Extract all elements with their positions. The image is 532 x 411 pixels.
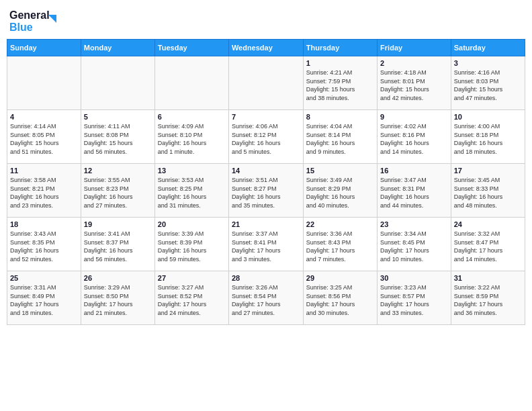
day-number: 19 <box>84 220 152 228</box>
day-number: 10 <box>454 113 522 121</box>
day-info: Sunrise: 3:37 AM Sunset: 8:41 PM Dayligh… <box>232 230 300 263</box>
day-info: Sunrise: 3:39 AM Sunset: 8:39 PM Dayligh… <box>158 230 226 263</box>
day-number: 26 <box>84 274 152 282</box>
logo-icon: GeneralBlue <box>9 7 63 34</box>
day-info: Sunrise: 4:18 AM Sunset: 8:01 PM Dayligh… <box>380 68 448 102</box>
calendar-cell: 24Sunrise: 3:32 AM Sunset: 8:47 PM Dayli… <box>451 218 525 271</box>
calendar-cell: 12Sunrise: 3:55 AM Sunset: 8:23 PM Dayli… <box>81 164 154 218</box>
day-info: Sunrise: 4:00 AM Sunset: 8:18 PM Dayligh… <box>454 122 522 156</box>
day-number: 28 <box>232 274 300 282</box>
calendar-cell: 25Sunrise: 3:31 AM Sunset: 8:49 PM Dayli… <box>7 271 81 325</box>
calendar-cell: 30Sunrise: 3:23 AM Sunset: 8:57 PM Dayli… <box>378 271 451 325</box>
page-header: GeneralBlue <box>7 7 525 34</box>
day-info: Sunrise: 3:55 AM Sunset: 8:23 PM Dayligh… <box>84 176 152 210</box>
calendar-cell: 3Sunrise: 4:16 AM Sunset: 8:03 PM Daylig… <box>451 56 525 110</box>
calendar-cell: 10Sunrise: 4:00 AM Sunset: 8:18 PM Dayli… <box>451 110 525 164</box>
day-info: Sunrise: 3:43 AM Sunset: 8:35 PM Dayligh… <box>10 230 78 263</box>
calendar-cell: 20Sunrise: 3:39 AM Sunset: 8:39 PM Dayli… <box>154 218 228 271</box>
calendar-cell: 8Sunrise: 4:04 AM Sunset: 8:14 PM Daylig… <box>303 110 377 164</box>
day-number: 22 <box>306 220 374 228</box>
calendar-cell: 14Sunrise: 3:51 AM Sunset: 8:27 PM Dayli… <box>228 164 303 218</box>
calendar-cell: 5Sunrise: 4:11 AM Sunset: 8:08 PM Daylig… <box>81 110 154 164</box>
day-number: 8 <box>306 113 374 121</box>
day-info: Sunrise: 4:06 AM Sunset: 8:12 PM Dayligh… <box>232 122 300 156</box>
day-number: 3 <box>454 59 522 67</box>
day-number: 9 <box>380 113 448 121</box>
day-number: 16 <box>380 167 448 175</box>
day-number: 5 <box>84 113 152 121</box>
day-info: Sunrise: 4:16 AM Sunset: 8:03 PM Dayligh… <box>454 68 522 102</box>
calendar-cell: 29Sunrise: 3:25 AM Sunset: 8:56 PM Dayli… <box>303 271 377 325</box>
day-number: 21 <box>232 220 300 228</box>
day-number: 20 <box>158 220 226 228</box>
calendar-cell: 7Sunrise: 4:06 AM Sunset: 8:12 PM Daylig… <box>228 110 303 164</box>
calendar-cell: 22Sunrise: 3:36 AM Sunset: 8:43 PM Dayli… <box>303 218 377 271</box>
calendar-cell: 6Sunrise: 4:09 AM Sunset: 8:10 PM Daylig… <box>154 110 228 164</box>
day-number: 18 <box>10 220 78 228</box>
calendar-cell: 9Sunrise: 4:02 AM Sunset: 8:16 PM Daylig… <box>378 110 451 164</box>
day-number: 31 <box>454 274 522 282</box>
day-number: 11 <box>10 167 78 175</box>
day-info: Sunrise: 4:21 AM Sunset: 7:59 PM Dayligh… <box>306 68 374 102</box>
day-number: 4 <box>10 113 78 121</box>
day-number: 12 <box>84 167 152 175</box>
day-number: 13 <box>158 167 226 175</box>
weekday-header: Saturday <box>451 40 525 56</box>
calendar-body: 1Sunrise: 4:21 AM Sunset: 7:59 PM Daylig… <box>7 56 525 325</box>
calendar-cell: 15Sunrise: 3:49 AM Sunset: 8:29 PM Dayli… <box>303 164 377 218</box>
day-number: 15 <box>306 167 374 175</box>
day-number: 7 <box>232 113 300 121</box>
day-info: Sunrise: 3:23 AM Sunset: 8:57 PM Dayligh… <box>380 283 448 317</box>
day-info: Sunrise: 3:25 AM Sunset: 8:56 PM Dayligh… <box>306 283 374 317</box>
day-info: Sunrise: 3:58 AM Sunset: 8:21 PM Dayligh… <box>10 176 78 210</box>
day-info: Sunrise: 3:31 AM Sunset: 8:49 PM Dayligh… <box>10 283 78 317</box>
calendar-cell: 4Sunrise: 4:14 AM Sunset: 8:05 PM Daylig… <box>7 110 81 164</box>
svg-marker-2 <box>48 15 56 23</box>
day-number: 29 <box>306 274 374 282</box>
weekday-header: Monday <box>81 40 154 56</box>
day-info: Sunrise: 3:36 AM Sunset: 8:43 PM Dayligh… <box>306 230 374 263</box>
calendar-cell: 19Sunrise: 3:41 AM Sunset: 8:37 PM Dayli… <box>81 218 154 271</box>
day-info: Sunrise: 3:26 AM Sunset: 8:54 PM Dayligh… <box>232 283 300 317</box>
calendar-cell: 11Sunrise: 3:58 AM Sunset: 8:21 PM Dayli… <box>7 164 81 218</box>
day-info: Sunrise: 4:09 AM Sunset: 8:10 PM Dayligh… <box>158 122 226 156</box>
calendar-cell: 28Sunrise: 3:26 AM Sunset: 8:54 PM Dayli… <box>228 271 303 325</box>
day-info: Sunrise: 3:45 AM Sunset: 8:33 PM Dayligh… <box>454 176 522 210</box>
calendar-cell: 31Sunrise: 3:22 AM Sunset: 8:59 PM Dayli… <box>451 271 525 325</box>
day-number: 23 <box>380 220 448 228</box>
day-number: 27 <box>158 274 226 282</box>
day-info: Sunrise: 3:34 AM Sunset: 8:45 PM Dayligh… <box>380 230 448 263</box>
day-number: 24 <box>454 220 522 228</box>
weekday-header: Tuesday <box>154 40 228 56</box>
calendar-week-row: 18Sunrise: 3:43 AM Sunset: 8:35 PM Dayli… <box>7 218 525 271</box>
calendar-week-row: 11Sunrise: 3:58 AM Sunset: 8:21 PM Dayli… <box>7 164 525 218</box>
day-info: Sunrise: 3:53 AM Sunset: 8:25 PM Dayligh… <box>158 176 226 210</box>
calendar-cell: 17Sunrise: 3:45 AM Sunset: 8:33 PM Dayli… <box>451 164 525 218</box>
calendar-cell: 27Sunrise: 3:27 AM Sunset: 8:52 PM Dayli… <box>154 271 228 325</box>
day-number: 6 <box>158 113 226 121</box>
day-number: 25 <box>10 274 78 282</box>
calendar-cell: 16Sunrise: 3:47 AM Sunset: 8:31 PM Dayli… <box>378 164 451 218</box>
day-info: Sunrise: 4:04 AM Sunset: 8:14 PM Dayligh… <box>306 122 374 156</box>
weekday-row: SundayMondayTuesdayWednesdayThursdayFrid… <box>7 40 525 56</box>
weekday-header: Sunday <box>7 40 81 56</box>
day-info: Sunrise: 3:49 AM Sunset: 8:29 PM Dayligh… <box>306 176 374 210</box>
day-info: Sunrise: 4:11 AM Sunset: 8:08 PM Dayligh… <box>84 122 152 156</box>
day-info: Sunrise: 3:47 AM Sunset: 8:31 PM Dayligh… <box>380 176 448 210</box>
day-info: Sunrise: 3:32 AM Sunset: 8:47 PM Dayligh… <box>454 230 522 263</box>
calendar-cell <box>154 56 228 110</box>
day-number: 1 <box>306 59 374 67</box>
weekday-header: Friday <box>378 40 451 56</box>
day-number: 17 <box>454 167 522 175</box>
day-number: 14 <box>232 167 300 175</box>
calendar-cell: 13Sunrise: 3:53 AM Sunset: 8:25 PM Dayli… <box>154 164 228 218</box>
svg-text:General: General <box>9 9 50 21</box>
calendar-cell <box>228 56 303 110</box>
day-number: 2 <box>380 59 448 67</box>
calendar-cell: 2Sunrise: 4:18 AM Sunset: 8:01 PM Daylig… <box>378 56 451 110</box>
day-info: Sunrise: 3:41 AM Sunset: 8:37 PM Dayligh… <box>84 230 152 263</box>
calendar-week-row: 1Sunrise: 4:21 AM Sunset: 7:59 PM Daylig… <box>7 56 525 110</box>
day-info: Sunrise: 3:51 AM Sunset: 8:27 PM Dayligh… <box>232 176 300 210</box>
day-info: Sunrise: 3:29 AM Sunset: 8:50 PM Dayligh… <box>84 283 152 317</box>
day-info: Sunrise: 4:14 AM Sunset: 8:05 PM Dayligh… <box>10 122 78 156</box>
